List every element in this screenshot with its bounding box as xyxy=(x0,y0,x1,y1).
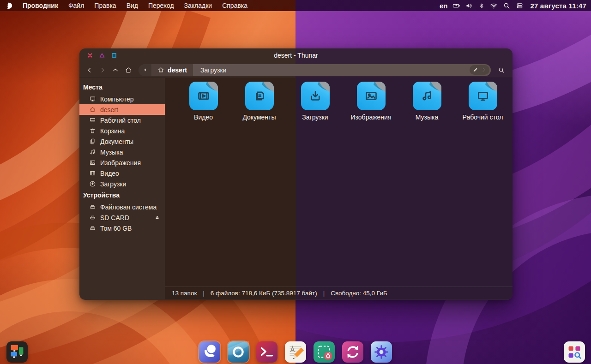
status-separator: | xyxy=(203,290,205,297)
status-folders: 13 папок xyxy=(172,290,197,297)
folder-music[interactable]: Музыка xyxy=(399,82,455,121)
folder-documents[interactable]: Документы xyxy=(231,82,287,121)
breadcrumb-desert[interactable]: desert xyxy=(151,64,193,76)
status-separator: | xyxy=(323,290,325,297)
keyboard-layout-indicator[interactable]: en xyxy=(440,2,448,10)
up-button[interactable] xyxy=(109,64,122,76)
folder-label: Документы xyxy=(242,113,276,121)
image-icon xyxy=(89,159,96,166)
path-scroll-left-button[interactable] xyxy=(139,64,151,76)
sidebar-item-label: Видео xyxy=(100,170,119,177)
thunar-window: desert - Thunar desert Загрузки Места xyxy=(79,48,513,300)
volume-icon[interactable] xyxy=(465,2,473,10)
sidebar-item-label: Изображения xyxy=(100,159,141,167)
sidebar-item-label: Документы xyxy=(100,138,133,145)
app-launcher-icon xyxy=(564,341,585,363)
menu-edit[interactable]: Правка xyxy=(89,0,121,11)
chevron-left-icon xyxy=(86,66,93,74)
search-icon[interactable] xyxy=(503,2,511,10)
forward-button[interactable] xyxy=(96,64,109,76)
sidebar-item-documents[interactable]: Документы xyxy=(79,136,165,147)
home-button[interactable] xyxy=(122,64,135,76)
menu-file-manager[interactable]: Проводник xyxy=(18,0,63,11)
clock[interactable]: 27 августа 11:47 xyxy=(530,2,586,10)
back-button[interactable] xyxy=(83,64,96,76)
menu-bookmarks[interactable]: Закладки xyxy=(179,0,217,11)
sidebar-item-video[interactable]: Видео xyxy=(79,168,165,179)
bluetooth-icon[interactable] xyxy=(478,2,485,10)
folder-desktop[interactable]: Рабочий стол xyxy=(455,82,511,121)
menu-file[interactable]: Файл xyxy=(63,0,89,11)
status-files-size: 6 файлов: 718,6 КиБ (735.8917 байт) xyxy=(211,290,317,297)
dock-sync-button[interactable] xyxy=(342,341,363,363)
folder-documents-icon xyxy=(245,82,274,110)
sidebar-item-desktop[interactable]: Рабочий стол xyxy=(79,115,165,125)
triangle-left-icon xyxy=(142,67,148,73)
sidebar-item-filesystem[interactable]: Файловая система xyxy=(79,202,165,212)
edit-path-icon[interactable] xyxy=(472,67,478,73)
folder-label: Загрузки xyxy=(302,113,328,121)
sidebar-item-label: Музыка xyxy=(100,149,123,156)
breadcrumb-downloads[interactable]: Загрузки xyxy=(193,66,234,74)
dock-workspaces-button[interactable] xyxy=(6,341,28,363)
sidebar-item-label: Рабочий стол xyxy=(100,117,141,124)
status-free-space: Свободно: 45,0 ГиБ xyxy=(331,290,387,297)
sidebar-item-images[interactable]: Изображения xyxy=(79,157,165,168)
sidebar-item-desert[interactable]: desert xyxy=(79,104,165,115)
dock-text-editor-button[interactable] xyxy=(285,341,306,363)
breadcrumb-current-label: desert xyxy=(168,66,187,74)
menu-go[interactable]: Переход xyxy=(143,0,179,11)
battery-charging-icon[interactable] xyxy=(452,2,460,10)
folder-label: Видео xyxy=(194,113,213,121)
browser-icon xyxy=(228,341,249,363)
computer-icon xyxy=(89,95,96,102)
folder-downloads[interactable]: Загрузки xyxy=(287,82,343,121)
dock-left xyxy=(6,341,28,363)
folder-desktop-icon xyxy=(469,82,497,110)
toolbar: desert Загрузки xyxy=(79,62,513,78)
dock-terminal-button[interactable] xyxy=(256,341,277,363)
folder-downloads-icon xyxy=(301,82,330,110)
screenshot-icon xyxy=(314,341,335,363)
wifi-icon[interactable] xyxy=(490,2,498,10)
sidebar-item-trash[interactable]: Корзина xyxy=(79,125,165,136)
folder-label: Музыка xyxy=(416,113,439,121)
distro-logo-icon[interactable] xyxy=(5,2,13,10)
dock xyxy=(199,341,392,363)
search-icon xyxy=(498,66,505,74)
status-tray: en 27 августа 11:47 xyxy=(440,0,591,11)
sidebar-item-label: Том 60 GB xyxy=(100,225,132,232)
menu-view[interactable]: Вид xyxy=(121,0,143,11)
eject-button[interactable] xyxy=(154,215,161,221)
chevron-right-icon xyxy=(99,66,106,74)
sidebar-item-sdcard[interactable]: SD CARD xyxy=(79,212,165,223)
dock-indicator-icon[interactable] xyxy=(516,2,524,10)
desktop-icon xyxy=(89,117,96,124)
dock-thunar-button[interactable] xyxy=(199,341,220,363)
home-icon xyxy=(125,66,132,74)
window-title: desert - Thunar xyxy=(79,48,513,62)
dock-right xyxy=(564,341,585,363)
music-icon xyxy=(89,149,96,155)
menu-help[interactable]: Справка xyxy=(217,0,253,11)
home-icon xyxy=(157,66,164,73)
folder-video[interactable]: Видео xyxy=(175,82,231,121)
sidebar-item-downloads[interactable]: Загрузки xyxy=(79,179,165,189)
dock-app-launcher-button[interactable] xyxy=(564,341,585,363)
titlebar[interactable]: desert - Thunar xyxy=(79,48,513,62)
sidebar-item-computer[interactable]: Компьютер xyxy=(79,94,165,104)
dock-settings-button[interactable] xyxy=(371,341,392,363)
thunar-icon xyxy=(199,341,220,363)
path-scroll-right-icon[interactable] xyxy=(481,67,487,73)
search-button[interactable] xyxy=(495,64,508,76)
path-remainder: Загрузки xyxy=(193,64,491,76)
folder-images[interactable]: Изображения xyxy=(343,82,399,121)
download-icon xyxy=(89,180,96,187)
sidebar-item-volume60gb[interactable]: Том 60 GB xyxy=(79,223,165,233)
dock-screenshot-button[interactable] xyxy=(314,341,335,363)
dock-browser-button[interactable] xyxy=(228,341,249,363)
settings-icon xyxy=(371,341,392,363)
folder-label: Рабочий стол xyxy=(463,113,503,121)
drive-icon xyxy=(89,214,96,221)
sidebar-item-music[interactable]: Музыка xyxy=(79,147,165,157)
